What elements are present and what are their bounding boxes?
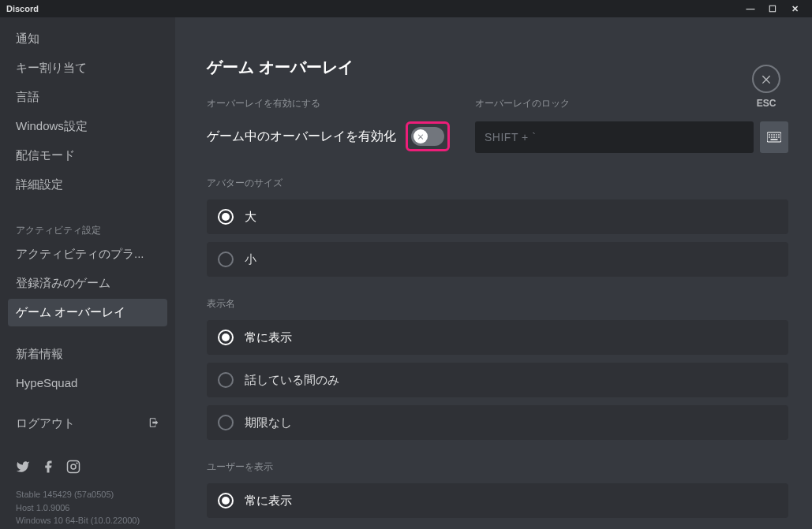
sidebar-item-streamer[interactable]: 配信モード [8, 142, 167, 170]
radio-icon [218, 372, 234, 388]
radio-label: 大 [245, 210, 256, 225]
close-button[interactable]: ✕ [784, 0, 806, 17]
keyboard-icon [767, 132, 781, 143]
enable-overlay-text: ゲーム中のオーバーレイを有効化 [207, 129, 396, 145]
radio-avatar-large[interactable]: 大 [207, 199, 788, 234]
radio-label: 常に表示 [245, 330, 292, 345]
radio-label: 常に表示 [245, 494, 292, 509]
sidebar-item-changelog[interactable]: 新着情報 [8, 341, 167, 368]
svg-rect-14 [771, 139, 778, 140]
sidebar-item-label: キー割り当て [16, 61, 87, 76]
svg-rect-7 [776, 134, 777, 136]
version-line: Stable 145429 (57a0505) [16, 488, 159, 501]
enable-overlay-label: オーバーレイを有効にする [207, 97, 450, 110]
radio-icon [218, 415, 234, 430]
version-info: Stable 145429 (57a0505) Host 1.0.9006 Wi… [8, 485, 167, 529]
overlay-lock-label: オーバーレイのロック [475, 97, 788, 110]
radio-icon [218, 209, 234, 225]
sidebar-item-notifications[interactable]: 通知 [8, 25, 167, 53]
radio-icon [218, 251, 234, 267]
sidebar-item-windows[interactable]: Windows設定 [8, 113, 167, 140]
esc-label: ESC [757, 98, 776, 109]
keyboard-icon-button[interactable] [760, 121, 788, 153]
radio-user-always[interactable]: 常に表示 [207, 483, 788, 518]
sidebar-item-game-overlay[interactable]: ゲーム オーバーレイ [8, 299, 167, 326]
svg-point-1 [71, 464, 76, 469]
sidebar-item-label: ログアウト [16, 416, 75, 431]
sidebar-item-label: アクティビティのプラ... [16, 247, 144, 262]
maximize-button[interactable]: ☐ [761, 0, 784, 17]
app-name: Discord [6, 4, 39, 13]
svg-point-2 [76, 462, 77, 464]
svg-rect-8 [778, 134, 780, 136]
svg-rect-13 [778, 136, 780, 138]
svg-rect-9 [769, 136, 770, 138]
user-display-label: ユーザーを表示 [207, 460, 788, 474]
radio-label: 期限なし [245, 415, 292, 430]
sidebar-item-label: 新着情報 [16, 347, 63, 362]
radio-display-always[interactable]: 常に表示 [207, 320, 788, 355]
close-icon [752, 65, 780, 93]
avatar-size-label: アバターのサイズ [207, 177, 788, 190]
minimize-button[interactable]: — [739, 0, 761, 17]
sidebar-item-label: 登録済みのゲーム [16, 276, 110, 291]
sidebar-item-label: ゲーム オーバーレイ [16, 305, 125, 320]
highlight-box [406, 121, 450, 151]
sidebar-item-label: 詳細設定 [16, 177, 63, 192]
sidebar-item-registered-games[interactable]: 登録済みのゲーム [8, 270, 167, 297]
titlebar: Discord — ☐ ✕ [0, 0, 812, 17]
version-line: Windows 10 64-Bit (10.0.22000) [16, 514, 159, 527]
svg-rect-10 [771, 136, 773, 138]
sidebar-item-label: HypeSquad [16, 376, 77, 389]
radio-label: 話している間のみ [245, 373, 339, 388]
sidebar-item-advanced[interactable]: 詳細設定 [8, 171, 167, 199]
sidebar-item-keybinds[interactable]: キー割り当て [8, 54, 167, 82]
radio-icon [218, 330, 234, 345]
sidebar-item-label: Windows設定 [16, 119, 88, 134]
sidebar-header-activity: アクティビティ設定 [8, 213, 167, 240]
svg-rect-11 [773, 136, 775, 138]
social-icons [8, 452, 167, 485]
svg-rect-12 [776, 136, 777, 138]
display-name-group: 常に表示 話している間のみ 期限なし [207, 320, 788, 440]
svg-rect-5 [771, 134, 773, 136]
user-display-group: 常に表示 [207, 483, 788, 518]
radio-display-speaking[interactable]: 話している間のみ [207, 363, 788, 397]
sidebar-item-language[interactable]: 言語 [8, 84, 167, 111]
radio-display-never[interactable]: 期限なし [207, 405, 788, 440]
settings-content: ESC ゲーム オーバーレイ オーバーレイを有効にする ゲーム中のオーバーレイを… [175, 17, 812, 529]
logout-icon [148, 417, 159, 430]
sidebar-item-label: 通知 [16, 32, 39, 47]
sidebar-item-label: 言語 [16, 90, 39, 105]
window-controls: — ☐ ✕ [739, 0, 806, 17]
page-title: ゲーム オーバーレイ [207, 57, 788, 78]
svg-rect-4 [769, 134, 770, 136]
facebook-icon[interactable] [41, 460, 55, 477]
settings-sidebar: 通知 キー割り当て 言語 Windows設定 配信モード 詳細設定 アクティビテ… [0, 17, 175, 529]
radio-avatar-small[interactable]: 小 [207, 242, 788, 277]
sidebar-item-label: 配信モード [16, 148, 75, 163]
overlay-lock-shortcut-input[interactable]: SHIFT + ` [475, 121, 754, 153]
radio-icon [218, 493, 234, 509]
toggle-knob [413, 129, 428, 143]
esc-button[interactable]: ESC [752, 65, 780, 109]
display-name-label: 表示名 [207, 297, 788, 311]
version-line: Host 1.0.9006 [16, 501, 159, 515]
radio-label: 小 [245, 252, 256, 267]
sidebar-item-hypesquad[interactable]: HypeSquad [8, 370, 167, 396]
enable-overlay-toggle[interactable] [411, 127, 444, 146]
sidebar-item-activity-privacy[interactable]: アクティビティのプラ... [8, 240, 167, 268]
instagram-icon[interactable] [66, 460, 80, 477]
twitter-icon[interactable] [16, 460, 30, 477]
sidebar-item-logout[interactable]: ログアウト [8, 410, 167, 438]
svg-rect-6 [773, 134, 775, 136]
avatar-size-group: 大 小 [207, 199, 788, 277]
shortcut-text: SHIFT + ` [485, 131, 536, 143]
